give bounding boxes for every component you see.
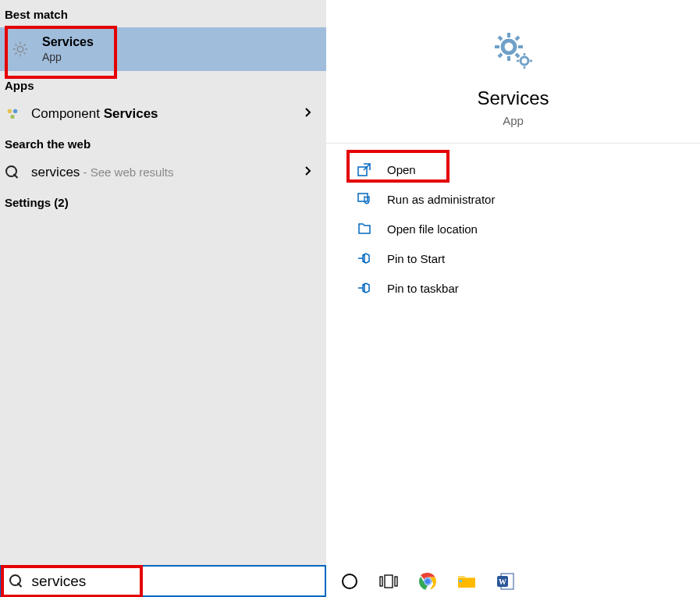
svg-point-1: [8, 109, 12, 113]
chevron-right-icon: [304, 165, 312, 179]
result-subtitle: App: [42, 51, 94, 63]
gear-icon: [11, 40, 30, 59]
taskbar: W: [0, 565, 700, 597]
search-icon: [9, 574, 24, 589]
apps-header: Apps: [0, 71, 326, 98]
result-title: Services: [42, 35, 94, 49]
detail-title: Services: [477, 87, 549, 109]
search-input[interactable]: [32, 573, 317, 590]
action-label: Run as administrator: [387, 193, 495, 206]
svg-point-0: [17, 46, 23, 52]
best-match-header: Best match: [0, 0, 326, 27]
pin-icon: [356, 279, 373, 297]
action-label: Open file location: [387, 222, 478, 236]
open-action[interactable]: Open: [356, 155, 700, 184]
svg-line-11: [499, 54, 502, 57]
svg-point-13: [521, 57, 528, 65]
svg-rect-22: [385, 575, 393, 588]
pin-icon: [356, 250, 373, 267]
svg-line-9: [499, 37, 502, 40]
web-result[interactable]: services - See web results: [0, 157, 326, 188]
cortana-icon[interactable]: [340, 572, 359, 591]
svg-point-20: [343, 574, 357, 588]
open-icon: [356, 161, 373, 178]
search-results-pane: Best match Services App Apps Component S…: [0, 0, 326, 565]
action-label: Pin to Start: [387, 252, 445, 265]
action-label: Open: [387, 163, 416, 176]
result-label: Component Services: [31, 106, 158, 122]
best-match-result[interactable]: Services App: [0, 27, 326, 71]
gear-icon: [492, 30, 535, 73]
svg-line-12: [516, 37, 519, 40]
svg-point-2: [13, 109, 17, 113]
chevron-right-icon: [304, 107, 312, 121]
detail-pane: Services App Open Run as administrator: [326, 0, 700, 565]
folder-icon: [356, 220, 373, 237]
pin-to-taskbar-action[interactable]: Pin to taskbar: [356, 273, 700, 303]
svg-point-4: [503, 41, 515, 53]
settings-header: Settings (2): [0, 188, 326, 215]
run-as-admin-action[interactable]: Run as administrator: [356, 184, 700, 214]
search-icon: [5, 165, 20, 180]
pin-to-start-action[interactable]: Pin to Start: [356, 243, 700, 273]
shield-icon: [356, 190, 373, 208]
component-services-result[interactable]: Component Services: [0, 98, 326, 130]
taskbar-search-box[interactable]: [0, 565, 326, 597]
svg-text:W: W: [499, 577, 506, 586]
svg-point-3: [10, 115, 14, 119]
component-services-icon: [5, 106, 20, 122]
file-explorer-icon[interactable]: [457, 572, 476, 591]
word-icon[interactable]: W: [496, 572, 515, 591]
chrome-icon[interactable]: [418, 572, 437, 591]
svg-rect-21: [380, 577, 382, 586]
svg-line-10: [516, 54, 519, 57]
action-label: Pin to taskbar: [387, 282, 459, 295]
search-web-header: Search the web: [0, 130, 326, 157]
svg-rect-28: [459, 580, 462, 582]
detail-subtitle: App: [503, 114, 524, 127]
web-result-label: services - See web results: [31, 165, 173, 180]
svg-rect-23: [395, 577, 397, 586]
open-file-location-action[interactable]: Open file location: [356, 214, 700, 243]
task-view-icon[interactable]: [379, 572, 398, 591]
svg-point-27: [425, 578, 431, 584]
